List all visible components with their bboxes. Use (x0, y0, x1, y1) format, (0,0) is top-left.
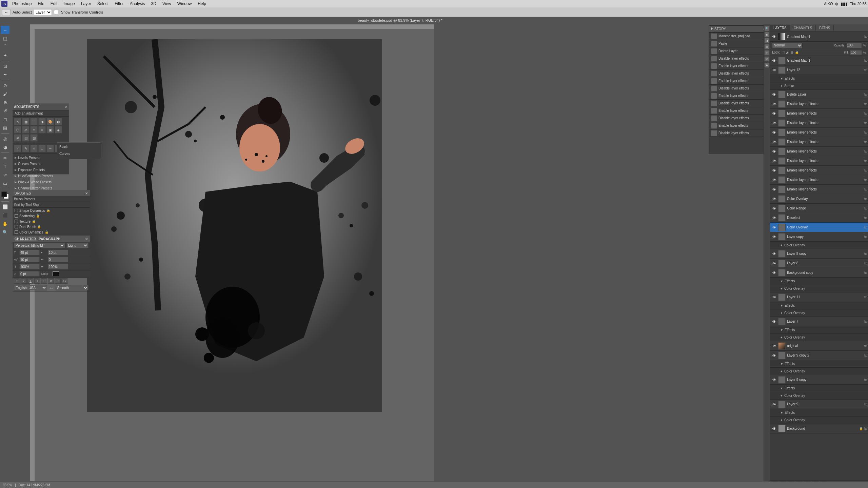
layer-item[interactable]: 👁 Enable layer effects fx (770, 128, 868, 137)
tab-layers[interactable]: LAYERS (770, 25, 790, 31)
curves-black-item[interactable]: Black (59, 144, 99, 150)
font-style-select[interactable]: Light (66, 243, 88, 248)
layer-item[interactable]: 👁 Layer copy fx (770, 232, 868, 242)
layer-fx-icon[interactable]: fx (864, 271, 867, 274)
screen-mode-tool[interactable]: ⬛ (1, 211, 9, 219)
layer-item[interactable]: 👁 Layer 9 copy 2 fx (770, 351, 868, 360)
layer-effect-item[interactable]: ▼ Effects (770, 409, 868, 416)
layer-effect-item[interactable]: ✦ Color Overlay (770, 242, 868, 249)
menu-window[interactable]: Window (175, 1, 195, 7)
adj-line-icon[interactable]: ─ (46, 145, 54, 152)
font-family-select[interactable]: Perpetua Titling MT (14, 243, 65, 248)
layer-effect-item[interactable]: ▼ Effects (770, 360, 868, 368)
layer-visibility-icon[interactable]: 👁 (771, 140, 777, 144)
history-item[interactable]: Disable layer effects (709, 70, 768, 77)
menu-help[interactable]: Help (195, 1, 209, 7)
brush-option-colordyn[interactable]: Color Dynamics 🔒 (13, 229, 90, 235)
layer-fx-icon[interactable]: fx (864, 169, 867, 172)
move-tool[interactable]: ↔ (1, 26, 9, 34)
brush-texture-checkbox[interactable] (15, 220, 18, 223)
adj-brightness-icon[interactable]: ☀ (14, 118, 21, 125)
magic-wand-tool[interactable]: ✦ (1, 51, 9, 59)
menu-layer[interactable]: Layer (78, 1, 94, 7)
lock-paint-icon[interactable]: 🖌 (786, 50, 789, 54)
layer-item[interactable]: 👁 Color Overlay fx (770, 223, 868, 232)
layer-effect-item[interactable]: ✦ Color Overlay (770, 368, 868, 375)
brush-scatter-checkbox[interactable] (15, 214, 18, 218)
layer-item[interactable]: 👁 Disable layer effects fx (770, 99, 868, 109)
preset-hue[interactable]: ▶ Hue/Saturation Presets (13, 173, 69, 179)
layer-visibility-icon[interactable]: 👁 (771, 130, 777, 135)
antialias-select[interactable]: Smooth (56, 285, 89, 290)
bold-btn[interactable]: T (14, 278, 20, 284)
layer-effect-item[interactable]: ✦ Stroke (770, 82, 868, 90)
show-transform-checkbox[interactable] (54, 10, 58, 14)
layer-item[interactable]: 👁 Layer 9 copy fx (770, 375, 868, 385)
layer-fx-icon[interactable]: fx (864, 344, 867, 348)
layer-visibility-icon[interactable]: 👁 (771, 295, 777, 299)
brush-option-texture[interactable]: Texture 🔒 (13, 219, 90, 224)
layer-item[interactable]: 👁 original fx (770, 341, 868, 351)
layer-visibility-icon[interactable]: 👁 (771, 168, 777, 172)
preset-bw[interactable]: ▶ Black & White Presets (13, 179, 69, 185)
layer-visibility-icon[interactable]: 👁 (771, 111, 777, 116)
menu-3d[interactable]: 3D (149, 1, 159, 7)
layer-effect-item[interactable]: ▼ Effects (770, 326, 868, 334)
layer-visibility-icon[interactable]: 👁 (771, 102, 777, 106)
paragraph-tab[interactable]: PARAGRAPH (39, 237, 60, 241)
hand-tool[interactable]: ✋ (1, 220, 9, 228)
layer-item[interactable]: 👁 Deselect fx (770, 213, 868, 223)
brush-dual-checkbox[interactable] (15, 225, 18, 228)
smallcaps-btn[interactable]: Tt (48, 278, 54, 284)
adj-square-icon[interactable]: □ (38, 145, 46, 152)
dock-color-icon[interactable]: ◉ (764, 32, 770, 37)
tracking-input[interactable] (48, 257, 68, 262)
layer-visibility-icon[interactable]: 👁 (771, 235, 777, 239)
layer-visibility-icon[interactable]: 👁 (771, 197, 777, 201)
history-item[interactable]: Disable layer effects (709, 129, 768, 137)
menu-view[interactable]: View (160, 1, 174, 7)
fill-input[interactable] (850, 50, 862, 55)
layer-item[interactable]: 👁 Layer 12 fx (770, 65, 868, 75)
layer-fx-icon[interactable]: fx (864, 159, 867, 163)
layer-item[interactable]: 👁 Enable layer effects fx (770, 109, 868, 118)
layer-fx-icon[interactable]: fx (864, 207, 867, 210)
gradient-tool[interactable]: ▤ (1, 124, 9, 132)
lock-transparency-icon[interactable]: ⬚ (782, 50, 785, 54)
layer-fx-icon[interactable]: fx (864, 296, 867, 299)
character-close-icon[interactable]: ✕ (85, 237, 88, 241)
layer-visibility-icon[interactable]: 👁 (771, 353, 777, 358)
layer-fx-icon[interactable]: fx (864, 216, 867, 220)
layer-visibility-icon[interactable]: 👁 (771, 271, 777, 275)
history-item[interactable]: Manchester_proj.psd (709, 33, 768, 40)
subscript-btn[interactable]: T₂ (61, 278, 67, 284)
caps-btn[interactable]: TT (41, 278, 47, 284)
strikethrough-btn[interactable]: T (34, 278, 40, 284)
layer-item[interactable]: 👁 Disable layer effects fx (770, 175, 868, 185)
layer-fx-icon[interactable]: fx (864, 235, 867, 239)
layer-item[interactable]: 👁 Layer 11 fx (770, 292, 868, 302)
menu-file[interactable]: File (35, 1, 47, 7)
history-item[interactable]: Enable layer effects (709, 107, 768, 115)
layer-fx-icon[interactable]: fx (864, 226, 867, 229)
menu-analysis[interactable]: Analysis (127, 1, 148, 7)
layer-effect-item[interactable]: ✦ Color Overlay (770, 309, 868, 317)
underline-btn[interactable]: T (27, 278, 34, 284)
selection-tool[interactable]: ⬚ (1, 34, 9, 42)
layer-effect-item[interactable]: ▼ Effects (770, 75, 868, 82)
layer-item[interactable]: 👁 Enable layer effects fx (770, 166, 868, 175)
menu-photoshop[interactable]: Photoshop (9, 1, 34, 7)
brush-option-scatter[interactable]: Scattering 🔒 (13, 213, 90, 219)
tab-paths[interactable]: PATHS (816, 25, 834, 31)
horizontal-scale-input[interactable] (48, 264, 68, 269)
layer-fx-icon[interactable]: fx (864, 252, 867, 256)
layer-item[interactable]: 👁 Background 🔒 fx (770, 424, 868, 433)
layer-item[interactable]: 👁 Layer 9 fx (770, 400, 868, 409)
layer-item[interactable]: 👁 Gradient Map 1 fx (770, 56, 868, 65)
layer-visibility-icon[interactable]: 👁 (771, 225, 777, 229)
layer-item[interactable]: 👁 Disable layer effects fx (770, 137, 868, 147)
layer-fx-icon[interactable]: fx (864, 112, 867, 115)
leading-input[interactable] (48, 250, 68, 255)
history-item[interactable]: Enable layer effects (709, 62, 768, 70)
history-item[interactable]: Enable layer effects (709, 122, 768, 129)
